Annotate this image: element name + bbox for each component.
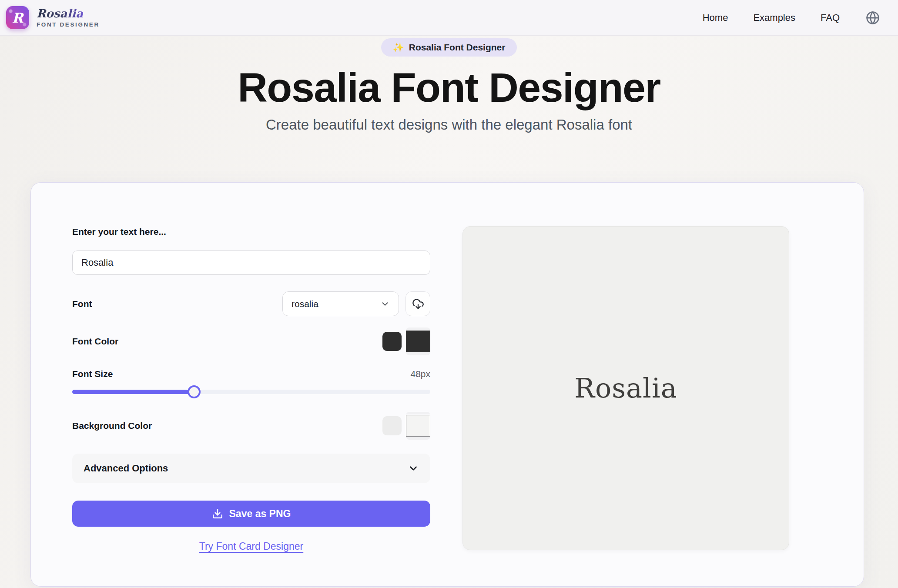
editor-column: Enter your text here... Font rosalia — [72, 226, 430, 586]
font-size-value: 48px — [410, 369, 430, 379]
hero-badge-label: Rosalia Font Designer — [409, 42, 506, 53]
download-icon — [212, 508, 223, 519]
text-input-label: Enter your text here... — [72, 226, 430, 237]
preview-panel: Rosalia — [462, 226, 789, 550]
navbar: R Rosalia FONT DESIGNER Home Examples FA… — [0, 0, 898, 36]
chevron-down-icon — [380, 299, 390, 309]
font-color-picker-fill — [406, 331, 430, 352]
hero-badge: ✨ Rosalia Font Designer — [381, 38, 517, 57]
font-color-row: Font Color — [72, 327, 430, 355]
nav-links: Home Examples FAQ — [703, 11, 880, 25]
background-color-label: Background Color — [72, 420, 152, 431]
hero: ✨ Rosalia Font Designer Rosalia Font Des… — [0, 36, 898, 133]
language-globe-icon[interactable] — [866, 11, 880, 25]
font-size-slider[interactable] — [72, 385, 430, 399]
page-title: Rosalia Font Designer — [0, 64, 898, 110]
brand-name: Rosalia — [37, 7, 100, 20]
brand-logo[interactable]: R — [6, 6, 29, 29]
chevron-down-icon — [408, 463, 419, 474]
font-color-swatch[interactable] — [382, 332, 402, 351]
download-font-button[interactable] — [405, 291, 430, 316]
nav-item-home[interactable]: Home — [703, 12, 728, 23]
font-size-slider-fill — [72, 390, 194, 394]
font-row: Font rosalia — [72, 291, 430, 316]
save-as-png-button[interactable]: Save as PNG — [72, 501, 430, 527]
advanced-options-toggle[interactable]: Advanced Options — [72, 454, 430, 483]
font-size-row: Font Size 48px — [72, 368, 430, 381]
brand-tagline: FONT DESIGNER — [37, 21, 100, 28]
try-font-card-designer-link[interactable]: Try Font Card Designer — [199, 541, 303, 552]
font-color-label: Font Color — [72, 336, 118, 347]
font-select[interactable]: rosalia — [282, 291, 399, 316]
background-color-picker[interactable] — [406, 412, 430, 440]
text-input[interactable] — [72, 251, 430, 275]
font-select-value: rosalia — [292, 299, 318, 309]
background-color-picker-fill — [406, 415, 430, 437]
advanced-options-label: Advanced Options — [84, 463, 168, 474]
background-color-row: Background Color — [72, 412, 430, 440]
nav-item-faq[interactable]: FAQ — [821, 12, 840, 23]
nav-item-examples[interactable]: Examples — [753, 12, 795, 23]
preview-text: Rosalia — [574, 372, 677, 404]
brand-text: Rosalia FONT DESIGNER — [37, 7, 100, 28]
font-size-slider-thumb[interactable] — [188, 385, 201, 398]
background-color-swatch[interactable] — [382, 416, 402, 435]
sparkles-icon: ✨ — [393, 42, 404, 53]
page-subtitle: Create beautiful text designs with the e… — [0, 117, 898, 133]
save-as-png-label: Save as PNG — [229, 508, 291, 520]
font-color-picker[interactable] — [406, 327, 430, 355]
brand-logo-letter: R — [12, 10, 23, 26]
designer-card: Enter your text here... Font rosalia — [30, 182, 864, 587]
link-row: Try Font Card Designer — [72, 541, 430, 552]
cloud-download-icon — [412, 298, 424, 310]
font-size-label: Font Size — [72, 368, 113, 380]
font-label: Font — [72, 298, 92, 310]
